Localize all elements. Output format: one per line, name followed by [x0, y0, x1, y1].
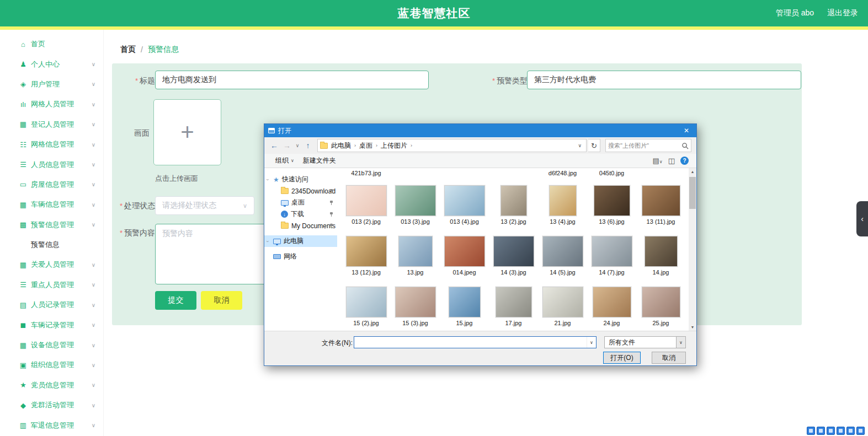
file-item[interactable]: 13 (12).jpg — [342, 227, 391, 278]
sidebar-item[interactable]: ⌂首页 — [0, 34, 103, 54]
sidebar-item[interactable]: ▩预警信息管理∨ — [0, 215, 103, 235]
form-cancel-button[interactable]: 取消 — [201, 291, 242, 310]
floating-widget-icon[interactable] — [846, 427, 855, 435]
scroll-down-icon[interactable]: ▼ — [689, 324, 696, 331]
file-item[interactable]: 24.jpg — [587, 278, 636, 329]
sidebar-item[interactable]: 预警信息 — [0, 235, 103, 255]
file-item-clipped[interactable] — [391, 168, 440, 176]
file-item[interactable]: 21.jpg — [538, 278, 587, 329]
nav-item-桌面[interactable]: 桌面 — [264, 197, 337, 208]
scrollbar-thumb[interactable] — [689, 177, 696, 209]
help-icon[interactable]: ? — [680, 157, 689, 165]
sidebar-item[interactable]: ☰人员信息管理∨ — [0, 154, 103, 174]
collapse-panel-toggle[interactable]: ‹ — [856, 201, 868, 236]
floating-widget-icon[interactable] — [856, 427, 865, 435]
sidebar-item[interactable]: ▦登记人员管理∨ — [0, 115, 103, 134]
file-item[interactable]: 13.jpg — [391, 227, 440, 278]
sidebar-item[interactable]: ▭房屋信息管理∨ — [0, 175, 103, 195]
forward-icon[interactable]: → — [281, 139, 292, 152]
floating-widget-icon[interactable] — [817, 427, 825, 435]
file-item[interactable]: 15.jpg — [440, 278, 489, 329]
scrollbar[interactable]: ▲ ▼ — [689, 168, 696, 331]
file-item[interactable]: 014.jpeg — [440, 227, 489, 278]
organize-menu[interactable]: 组织∨ — [272, 155, 297, 166]
nav-item-2345download[interactable]: 2345Download — [264, 185, 337, 197]
floating-widget-icon[interactable] — [807, 427, 815, 435]
sidebar-item[interactable]: ▣组织信息管理∨ — [0, 355, 103, 375]
submit-button[interactable]: 提交 — [155, 291, 196, 310]
sidebar-item[interactable]: ★党员信息管理∨ — [0, 375, 103, 395]
sidebar-item[interactable]: ☷网格信息管理∨ — [0, 134, 103, 154]
scroll-up-icon[interactable]: ▲ — [689, 168, 696, 175]
file-item[interactable]: 25.jpg — [636, 278, 685, 329]
dialog-titlebar[interactable]: 打开 ✕ — [264, 124, 696, 137]
logout-link[interactable]: 退出登录 — [827, 8, 858, 18]
status-select[interactable]: 请选择处理状态 ∨ — [155, 196, 254, 215]
file-item-clipped[interactable]: d6f248.jpg — [538, 168, 587, 176]
address-separator-icon[interactable]: › — [411, 143, 412, 148]
file-item[interactable]: 15 (2).jpg — [342, 278, 391, 329]
sidebar-item[interactable]: ◼车辆记录管理∨ — [0, 315, 103, 335]
file-item[interactable]: 013 (3).jpg — [391, 176, 440, 227]
new-folder-button[interactable]: 新建文件夹 — [300, 155, 339, 166]
sidebar-item[interactable]: ▦设备信息管理∨ — [0, 335, 103, 355]
nav-item-网络[interactable]: 网络 — [264, 251, 337, 262]
nav-item-此电脑[interactable]: ›此电脑 — [264, 235, 337, 247]
search-input[interactable] — [608, 142, 681, 149]
history-dropdown-icon[interactable]: ∨ — [294, 139, 301, 152]
file-item-clipped[interactable] — [489, 168, 538, 176]
file-item[interactable]: 15 (3).jpg — [391, 278, 440, 329]
file-item[interactable]: 13 (4).jpg — [538, 176, 587, 227]
file-item-clipped[interactable] — [636, 168, 685, 176]
sidebar-item[interactable]: ▥军退信息管理∨ — [0, 415, 103, 435]
file-item[interactable]: 013 (2).jpg — [342, 176, 391, 227]
nav-item-my-documents[interactable]: My Documents — [264, 220, 337, 232]
views-icon[interactable]: ▤∨ — [653, 157, 663, 165]
breadcrumb-home[interactable]: 首页 — [120, 45, 136, 55]
nav-item-下载[interactable]: ↓下载 — [264, 208, 337, 220]
warning-type-input[interactable] — [527, 71, 801, 89]
address-segment[interactable]: 桌面 — [356, 141, 376, 150]
file-item[interactable]: 013 (4).jpg — [440, 176, 489, 227]
image-upload-box[interactable]: + — [153, 99, 221, 165]
file-item[interactable]: 13 (11).jpg — [636, 176, 685, 227]
open-button[interactable]: 打开(O) — [603, 352, 641, 364]
address-segment[interactable]: 上传图片 — [377, 141, 411, 150]
file-item[interactable]: 13 (2).jpg — [489, 176, 538, 227]
filetype-select[interactable]: 所有文件 ∨ — [604, 336, 686, 348]
preview-pane-icon[interactable]: ◫ — [668, 157, 675, 165]
file-item-clipped[interactable]: 421b73.jpg — [342, 168, 391, 176]
title-input[interactable] — [155, 71, 429, 89]
file-item-clipped[interactable] — [440, 168, 489, 176]
up-icon[interactable]: ↑ — [302, 139, 313, 152]
sidebar-item[interactable]: ◈用户管理∨ — [0, 74, 103, 94]
floating-widget-icon[interactable] — [827, 427, 835, 435]
sidebar-item[interactable]: ▦关爱人员管理∨ — [0, 255, 103, 274]
dialog-cancel-button[interactable]: 取消 — [652, 352, 686, 364]
file-item[interactable]: 17.jpg — [489, 278, 538, 329]
expander-icon[interactable]: › — [265, 240, 270, 242]
sidebar-item[interactable]: ♟个人中心∨ — [0, 54, 103, 74]
file-item[interactable]: 13 (6).jpg — [587, 176, 636, 227]
sidebar-item[interactable]: ☰重点人员管理∨ — [0, 275, 103, 295]
search-icon[interactable] — [681, 142, 689, 149]
filename-input[interactable] — [354, 337, 587, 348]
file-item[interactable]: 14 (3).jpg — [489, 227, 538, 278]
sidebar-item[interactable]: ◆党群活动管理∨ — [0, 395, 103, 415]
floating-widget-icon[interactable] — [837, 427, 845, 435]
address-bar[interactable]: 此电脑›桌面›上传图片› ∨ — [317, 139, 587, 152]
filename-dropdown-icon[interactable]: ∨ — [587, 337, 596, 348]
sidebar-item[interactable]: ▤人员记录管理∨ — [0, 295, 103, 315]
file-item[interactable]: 14 (5).jpg — [538, 227, 587, 278]
nav-item-快速访问[interactable]: ›★快速访问 — [264, 174, 337, 185]
sidebar-item[interactable]: ▦车辆信息管理∨ — [0, 195, 103, 214]
file-item-clipped[interactable]: 045t0.jpg — [587, 168, 636, 176]
expander-icon[interactable]: › — [265, 179, 270, 180]
header-user[interactable]: 管理员 abo — [776, 8, 814, 18]
close-icon[interactable]: ✕ — [677, 124, 696, 137]
back-icon[interactable]: ← — [269, 139, 280, 152]
sidebar-item[interactable]: ılı网格人员管理∨ — [0, 94, 103, 114]
refresh-icon[interactable]: ↻ — [588, 139, 600, 152]
address-dropdown-icon[interactable]: ∨ — [576, 143, 584, 148]
address-segment[interactable]: 此电脑 — [328, 141, 354, 150]
